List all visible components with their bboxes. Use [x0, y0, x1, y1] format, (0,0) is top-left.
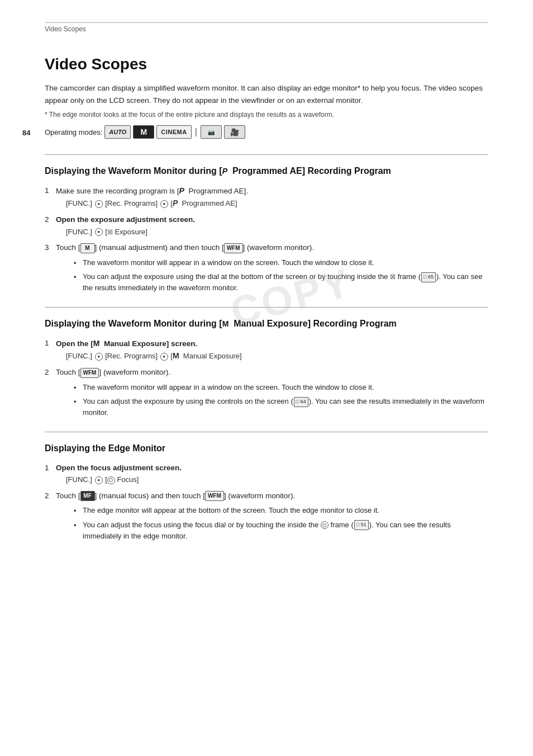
bullet-item: • The waveform monitor will appear in a … — [74, 257, 488, 269]
section1-title: Displaying the Waveform Monitor during [… — [45, 165, 488, 177]
focus-target-icon2 — [321, 521, 329, 529]
step-number: 2 — [45, 490, 53, 544]
section2-divider — [45, 307, 488, 308]
step-main-text: Make sure the recording program is [P Pr… — [56, 187, 248, 195]
mf-badge: MF — [80, 491, 95, 501]
intro-paragraph: The camcorder can display a simplified w… — [45, 82, 488, 106]
page-number: 84 — [22, 129, 30, 137]
m-badge-inline: M — [80, 243, 95, 253]
mode-scn: 📷 — [201, 125, 222, 139]
header-label: Video Scopes — [45, 25, 488, 33]
step-sub-text: [FUNC.] ● [Rec. Programs] ● [P Programme… — [56, 197, 488, 209]
step-main-text: Open the focus adjustment screen. — [56, 464, 182, 472]
step-main-text: Touch [MF] (manual focus) and then touch… — [56, 492, 295, 500]
section3-step1: 1 Open the focus adjustment screen. [FUN… — [45, 462, 488, 485]
bullet-dot: • — [74, 258, 79, 269]
step-content: Open the focus adjustment screen. [FUNC.… — [56, 462, 488, 485]
bullet-item: • The waveform monitor will appear in a … — [74, 382, 488, 394]
step-number: 2 — [45, 366, 53, 420]
section2-title: Displaying the Waveform Monitor during [… — [45, 318, 488, 330]
step-main-text: Open the exposure adjustment screen. — [56, 215, 195, 224]
section1-step1: 1 Make sure the recording program is [P … — [45, 185, 488, 210]
bullet-dot: • — [74, 272, 79, 294]
step-number: 1 — [45, 337, 53, 362]
main-title: Video Scopes — [45, 55, 488, 73]
bullet-item: • You can adjust the exposure using the … — [74, 271, 488, 294]
section3-divider — [45, 432, 488, 432]
step-content: Open the [M Manual Exposure] screen. [FU… — [56, 337, 488, 362]
arrow-circle-icon4: ● — [95, 353, 103, 361]
mode-cinema: CINEMA — [156, 125, 191, 139]
arrow-circle-icon5: ● — [160, 353, 168, 361]
step-number: 1 — [45, 185, 53, 210]
step-content: Touch [WFM] (waveform monitor). • The wa… — [56, 366, 488, 420]
section1-step2: 2 Open the exposure adjustment screen. [… — [45, 214, 488, 237]
section3-step2: 2 Touch [MF] (manual focus) and then tou… — [45, 490, 488, 544]
mode-separator: | — [195, 127, 197, 137]
intro-footnote: * The edge monitor looks at the focus of… — [45, 110, 488, 120]
step-main-text: Touch [M] (manual adjustment) and then t… — [56, 243, 314, 252]
section1-step3: 3 Touch [M] (manual adjustment) and then… — [45, 242, 488, 296]
bullet-dot: • — [74, 382, 79, 394]
step-number: 3 — [45, 242, 53, 296]
section1-divider — [45, 154, 488, 155]
operating-modes: Operating modes: AUTO M CINEMA | 📷 🎥 — [45, 125, 488, 139]
section2-step2: 2 Touch [WFM] (waveform monitor). • The … — [45, 366, 488, 420]
book-ref3: □ 51 — [354, 520, 369, 530]
book-ref: □ 65 — [421, 272, 436, 282]
bullet-text: You can adjust the focus using the focus… — [83, 519, 488, 542]
step-number: 2 — [45, 214, 53, 237]
bullet-dot: • — [74, 505, 79, 517]
step-content: Touch [MF] (manual focus) and then touch… — [56, 490, 488, 544]
step-sub-text: [FUNC.] ● [ Focus] — [56, 474, 488, 485]
bullet-dot: • — [74, 396, 79, 418]
bullet-item: • The edge monitor will appear at the bo… — [74, 505, 488, 517]
arrow-circle-icon2: ● — [160, 200, 168, 208]
arrow-circle-icon: ● — [95, 200, 103, 208]
step-main-text: Open the [M Manual Exposure] screen. — [56, 339, 197, 348]
bullet-list: • The waveform monitor will appear in a … — [56, 382, 488, 418]
focus-target-icon — [107, 476, 115, 484]
bullet-dot: • — [74, 520, 79, 542]
bullet-text: You can adjust the exposure by using the… — [83, 396, 488, 418]
top-divider — [45, 22, 488, 23]
bullet-item: • You can adjust the focus using the foc… — [74, 519, 488, 542]
operating-modes-label: Operating modes: — [45, 128, 102, 136]
page-container: Video Scopes 84 COPY Video Scopes The ca… — [0, 0, 533, 582]
mode-m: M — [133, 125, 154, 139]
wfm-badge: WFM — [224, 243, 243, 253]
arrow-circle-icon3: ● — [95, 228, 103, 236]
bullet-text: The waveform monitor will appear in a wi… — [83, 257, 374, 269]
step-content: Touch [M] (manual adjustment) and then t… — [56, 242, 488, 296]
bullet-text: The edge monitor will appear at the bott… — [83, 505, 379, 517]
book-ref2: □ 64 — [294, 397, 308, 407]
bullet-list: • The waveform monitor will appear in a … — [56, 257, 488, 294]
step-number: 1 — [45, 462, 53, 485]
step-content: Make sure the recording program is [P Pr… — [56, 185, 488, 210]
step-sub-text: [FUNC.] ● [Rec. Programs] ● [M Manual Ex… — [56, 350, 488, 362]
mode-auto: AUTO — [104, 125, 131, 139]
mode-photo: 🎥 — [224, 125, 245, 139]
section2-step1: 1 Open the [M Manual Exposure] screen. [… — [45, 337, 488, 362]
step-main-text: Touch [WFM] (waveform monitor). — [56, 368, 170, 376]
wfm-badge3: WFM — [205, 491, 224, 501]
bullet-list: • The edge monitor will appear at the bo… — [56, 505, 488, 541]
wfm-badge2: WFM — [80, 368, 99, 378]
arrow-circle-icon6: ● — [95, 476, 103, 484]
section3-title: Displaying the Edge Monitor — [45, 442, 488, 455]
bullet-text: The waveform monitor will appear in a wi… — [83, 382, 374, 394]
bullet-item: • You can adjust the exposure by using t… — [74, 396, 488, 418]
bullet-text: You can adjust the exposure using the di… — [83, 271, 488, 294]
step-content: Open the exposure adjustment screen. [FU… — [56, 214, 488, 237]
step-sub-text: [FUNC.] ● [☒ Exposure] — [56, 226, 488, 238]
